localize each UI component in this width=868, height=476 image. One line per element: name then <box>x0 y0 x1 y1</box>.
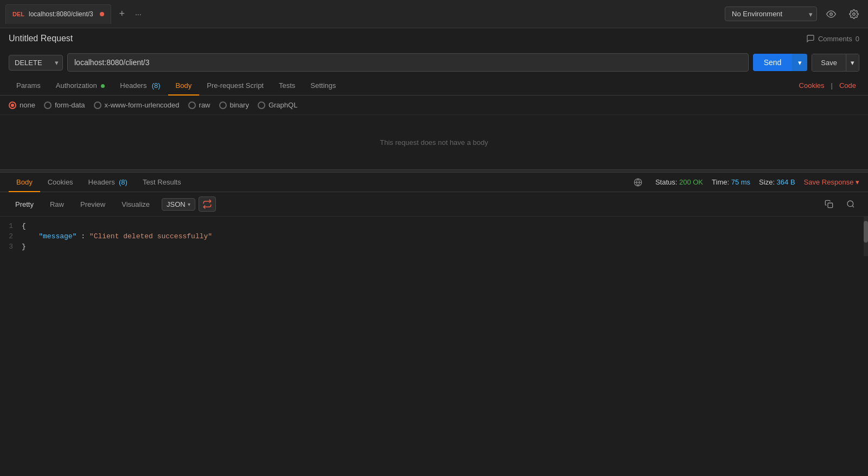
json-line-3: 3 } <box>0 242 868 252</box>
vertical-scrollbar[interactable] <box>864 217 868 256</box>
new-tab-button[interactable]: + <box>114 7 130 22</box>
json-response-area: 1 { 2 "message" : "Client deleted succes… <box>0 217 868 256</box>
tab-tests[interactable]: Tests <box>271 76 303 95</box>
top-bar: DEL localhost:8080/client/3 + ··· No Env… <box>0 0 868 28</box>
method-select-wrapper[interactable]: DELETE ▾ <box>9 55 63 71</box>
tab-params[interactable]: Params <box>9 76 48 95</box>
environment-select[interactable]: No Environment <box>725 7 817 21</box>
tab-pre-request[interactable]: Pre-request Script <box>199 76 271 95</box>
code-link[interactable]: Code <box>836 76 859 95</box>
comments-button[interactable]: Comments 0 <box>806 34 859 43</box>
wrap-lines-button[interactable] <box>199 196 216 212</box>
resp-tab-headers[interactable]: Headers (8) <box>81 173 135 192</box>
tab-method-label: DEL <box>12 11 24 17</box>
send-dropdown-button[interactable]: ▾ <box>792 54 807 71</box>
search-icon-button[interactable] <box>842 195 859 213</box>
response-viewer-bar: Pretty Raw Preview Visualize JSON ▾ <box>0 192 868 217</box>
comments-label: Comments <box>818 35 852 43</box>
json-line-1: 1 { <box>0 221 868 231</box>
environment-select-wrapper[interactable]: No Environment ▾ <box>725 7 817 21</box>
body-form-data-option[interactable]: form-data <box>44 101 85 109</box>
body-none-option[interactable]: none <box>9 101 35 109</box>
url-bar: DELETE ▾ Send ▾ Save ▾ <box>0 49 868 76</box>
svg-point-0 <box>830 12 833 15</box>
tab-url-label: localhost:8080/client/3 <box>29 10 93 18</box>
request-tab[interactable]: DEL localhost:8080/client/3 <box>5 4 111 24</box>
tab-authorization[interactable]: Authorization <box>48 76 113 95</box>
body-type-options: none form-data x-www-form-urlencoded raw… <box>0 96 868 115</box>
right-tab-links: Cookies | Code <box>796 76 859 95</box>
format-select[interactable]: JSON ▾ <box>162 198 195 211</box>
svg-rect-4 <box>828 203 833 208</box>
top-right-controls: No Environment ▾ <box>725 5 863 23</box>
form-data-radio[interactable] <box>44 101 52 109</box>
body-binary-option[interactable]: binary <box>219 101 249 109</box>
globe-icon-button[interactable] <box>629 174 647 191</box>
viewer-right-icons <box>820 195 859 213</box>
view-preview[interactable]: Preview <box>74 198 112 211</box>
view-raw[interactable]: Raw <box>43 198 71 211</box>
request-tabs: Params Authorization Headers (8) Body Pr… <box>0 76 868 96</box>
resp-tab-test-results[interactable]: Test Results <box>135 173 189 192</box>
eye-icon-button[interactable] <box>822 5 840 23</box>
save-button-group: Save ▾ <box>812 54 859 72</box>
send-button[interactable]: Send <box>753 54 793 71</box>
copy-icon-button[interactable] <box>820 195 838 213</box>
svg-line-6 <box>852 206 854 207</box>
json-line-2: 2 "message" : "Client deleted successful… <box>0 231 868 242</box>
graphql-radio[interactable] <box>258 101 265 109</box>
url-input[interactable] <box>67 53 749 72</box>
send-button-group: Send ▾ <box>753 54 808 71</box>
status-label: Status: 200 OK <box>655 178 703 186</box>
tab-headers[interactable]: Headers (8) <box>112 76 168 95</box>
none-radio[interactable] <box>9 101 16 109</box>
method-select[interactable]: DELETE <box>9 55 63 71</box>
view-pretty[interactable]: Pretty <box>9 198 40 211</box>
size-label: Size: 364 B <box>759 178 795 186</box>
body-graphql-option[interactable]: GraphQL <box>258 101 297 109</box>
urlencoded-radio[interactable] <box>94 101 101 109</box>
resp-tab-body[interactable]: Body <box>9 173 40 192</box>
more-tabs-button[interactable]: ··· <box>131 7 146 22</box>
format-chevron-icon: ▾ <box>188 201 190 207</box>
response-tabs-bar: Body Cookies Headers (8) Test Results St… <box>0 173 868 192</box>
comments-count: 0 <box>856 35 859 43</box>
tab-settings[interactable]: Settings <box>303 76 343 95</box>
save-button[interactable]: Save <box>812 54 846 72</box>
body-empty-message: This request does not have a body <box>0 115 868 169</box>
time-label: Time: 75 ms <box>712 178 750 186</box>
page-title: Untitled Request <box>9 34 73 43</box>
save-dropdown-button[interactable]: ▾ <box>846 54 859 72</box>
response-status-bar: Status: 200 OK Time: 75 ms Size: 364 B S… <box>629 174 859 191</box>
body-raw-option[interactable]: raw <box>188 101 210 109</box>
raw-radio[interactable] <box>188 101 196 109</box>
format-label: JSON <box>167 200 186 208</box>
cookies-link[interactable]: Cookies <box>796 76 828 95</box>
save-response-button[interactable]: Save Response ▾ <box>804 178 859 186</box>
view-visualize[interactable]: Visualize <box>115 198 156 211</box>
tab-body[interactable]: Body <box>168 76 200 95</box>
tab-modified-dot <box>100 12 104 16</box>
svg-point-1 <box>853 12 856 15</box>
svg-point-5 <box>847 201 853 207</box>
scrollbar-thumb[interactable] <box>864 221 868 243</box>
auth-dot <box>101 84 105 88</box>
settings-icon-button[interactable] <box>845 5 863 23</box>
resp-tab-cookies[interactable]: Cookies <box>40 173 81 192</box>
request-title-bar: Untitled Request Comments 0 <box>0 28 868 49</box>
json-content: 1 { 2 "message" : "Client deleted succes… <box>0 217 868 256</box>
binary-radio[interactable] <box>219 101 227 109</box>
body-urlencoded-option[interactable]: x-www-form-urlencoded <box>94 101 180 109</box>
